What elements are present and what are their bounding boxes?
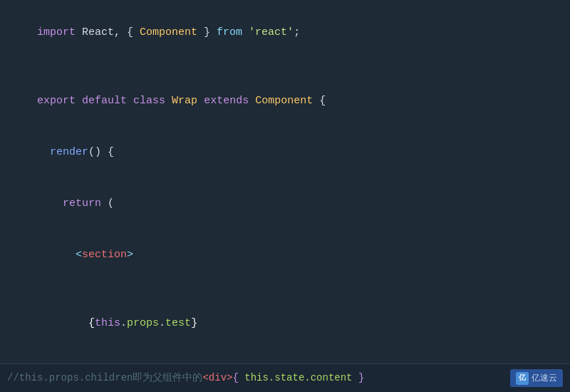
code-line-5: return ( [11,178,559,229]
watermark-icon: 亿 [516,372,529,385]
code-line-1: import React, { Component } from 'react'… [11,7,559,58]
code-line-4: render() { [11,127,559,178]
watermark-text: 亿速云 [532,371,557,385]
code-line-7 [11,281,559,298]
code-line-9 [11,349,559,363]
code-line-6: <section> [11,229,559,281]
bottom-comment: //this.props.children即为父组件中的<div>{ this.… [7,370,510,386]
code-line-8: {this.props.test} [11,298,559,349]
bottom-bar: //this.props.children即为父组件中的<div>{ this.… [0,363,570,392]
watermark: 亿 亿速云 [510,369,563,387]
code-line-2 [11,58,559,76]
code-editor: import React, { Component } from 'react'… [0,0,570,363]
code-line-3: export default class Wrap extends Compon… [11,76,559,127]
